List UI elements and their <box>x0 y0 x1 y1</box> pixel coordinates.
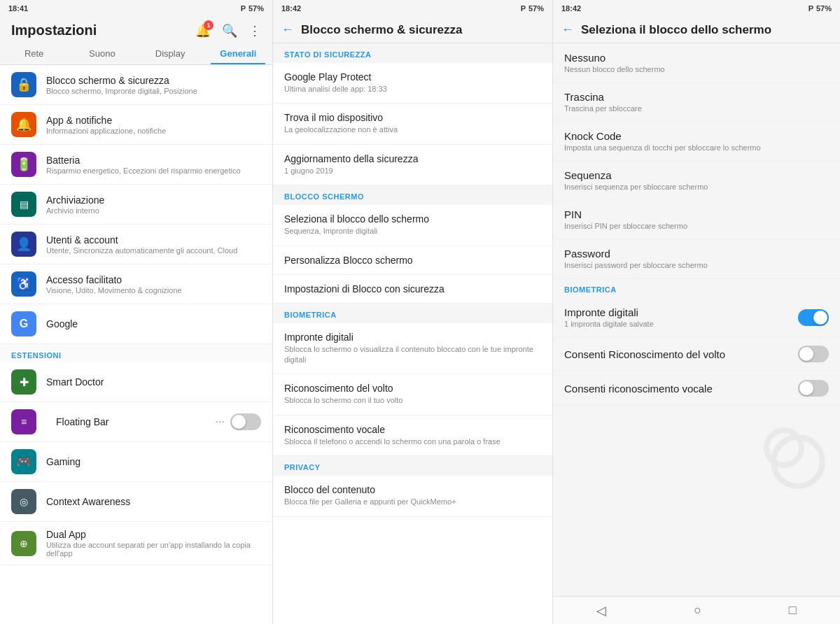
section-blocco-schermo: BLOCCO SCHERMO <box>273 185 552 205</box>
left-panel: 18:41 P 57% Impostazioni 🔔 1 🔍 ⋮ Rete Su… <box>0 0 273 624</box>
section-privacy: PRIVACY <box>273 456 552 476</box>
middle-back-arrow[interactable]: ← <box>281 22 294 37</box>
item-volto[interactable]: Riconoscimento del volto Sblocca lo sche… <box>273 374 552 415</box>
item-app-notifiche[interactable]: 🔔 App & notifiche Informazioni applicazi… <box>0 105 272 145</box>
subtitle-aggiornamento: 1 giugno 2019 <box>284 166 541 176</box>
title-personalizza: Personalizza Blocco schermo <box>284 255 541 266</box>
item-blocco-schermo[interactable]: 🔒 Blocco schermo & sicurezza Blocco sche… <box>0 65 272 105</box>
item-icon-app: 🔔 <box>11 112 36 137</box>
item-vocale-toggle[interactable]: Consenti riconoscimento vocale <box>553 371 840 406</box>
item-context-awareness[interactable]: ◎ Context Awareness <box>0 482 272 522</box>
svg-point-1 <box>766 430 802 465</box>
volto-toggle[interactable] <box>798 346 829 362</box>
item-seleziona-blocco[interactable]: Seleziona il blocco dello schermo Sequen… <box>273 205 552 246</box>
item-pin[interactable]: PIN Inserisci PIN per sbloccare schermo <box>553 200 840 239</box>
subtitle-knock-code: Imposta una sequenza di tocchi per sbloc… <box>564 143 829 152</box>
middle-content: STATO DI SICUREZZA Google Play Protect U… <box>273 43 552 624</box>
right-header: ← Seleziona il blocco dello schermo <box>553 17 840 43</box>
subtitle-google-play: Ultima analisi delle app: 18:33 <box>284 84 541 94</box>
left-header: Impostazioni 🔔 1 🔍 ⋮ <box>0 17 272 41</box>
item-icon-accesso: ♿ <box>11 271 36 297</box>
item-impostazioni-blocco[interactable]: Impostazioni di Blocco con sicurezza <box>273 275 552 304</box>
item-text-utenti: Utenti & account Utente, Sincronizza aut… <box>46 234 237 255</box>
item-trascina[interactable]: Trascina Trascina per sbloccare <box>553 83 840 122</box>
section-estensioni: ESTENSIONI <box>0 344 272 362</box>
title-trova: Trova il mio dispositivo <box>284 112 541 123</box>
watermark-decoration <box>756 420 826 490</box>
middle-status-bar: 18:42 P 57% <box>273 0 552 17</box>
nav-recent[interactable]: □ <box>789 603 797 618</box>
item-smart-doctor[interactable]: ✚ Smart Doctor <box>0 362 272 402</box>
item-impronte-toggle[interactable]: Impronte digitali 1 impronta digitale sa… <box>553 298 840 337</box>
floating-bar-toggle[interactable] <box>230 413 261 430</box>
title-impronte: Impronte digitali <box>284 332 541 343</box>
item-batteria[interactable]: 🔋 Batteria Risparmio energetico, Eccezio… <box>0 145 272 185</box>
item-gaming[interactable]: 🎮 Gaming <box>0 442 272 482</box>
item-dual-app[interactable]: ⊕ Dual App Utilizza due account separati… <box>0 522 272 565</box>
item-title-smart-doctor: Smart Doctor <box>46 376 104 388</box>
subtitle-pin: Inserisci PIN per sbloccare schermo <box>564 222 829 230</box>
item-text-accesso: Accesso facilitato Visione, Udito, Movim… <box>46 274 182 295</box>
item-trova-dispositivo[interactable]: Trova il mio dispositivo La geolocalizza… <box>273 104 552 144</box>
left-status-bar: 18:41 P 57% <box>0 0 272 17</box>
item-personalizza-blocco[interactable]: Personalizza Blocco schermo <box>273 246 552 275</box>
title-vocale-right: Consenti riconoscimento vocale <box>564 383 713 395</box>
title-volto-right: Consenti Riconoscimento del volto <box>564 348 725 360</box>
right-back-arrow[interactable]: ← <box>561 22 574 37</box>
item-vocale[interactable]: Riconoscimento vocale Sblocca il telefon… <box>273 416 552 456</box>
notification-icon[interactable]: 🔔 1 <box>195 23 211 38</box>
nav-home[interactable]: ○ <box>694 603 701 618</box>
item-subtitle-accesso: Visione, Udito, Movimento & cognizione <box>46 286 182 295</box>
title-pin: PIN <box>564 208 829 220</box>
subtitle-blocco-contenuto: Blocca file per Galleria e appunti per Q… <box>284 497 541 507</box>
item-text-app: App & notifiche Informazioni applicazion… <box>46 115 166 135</box>
item-accesso[interactable]: ♿ Accesso facilitato Visione, Udito, Mov… <box>0 264 272 304</box>
item-impronte[interactable]: Impronte digitali Sblocca lo schermo o v… <box>273 323 552 375</box>
header-icons: 🔔 1 🔍 ⋮ <box>195 23 261 38</box>
right-battery: 57% <box>816 4 832 13</box>
tab-generali[interactable]: Generali <box>204 41 272 64</box>
item-knock-code[interactable]: Knock Code Imposta una sequenza di tocch… <box>553 122 840 161</box>
item-text-smart-doctor: Smart Doctor <box>46 376 104 388</box>
item-volto-toggle[interactable]: Consenti Riconoscimento del volto <box>553 337 840 371</box>
item-utenti[interactable]: 👤 Utenti & account Utente, Sincronizza a… <box>0 225 272 264</box>
item-title-dual: Dual App <box>46 529 261 540</box>
item-floating-bar[interactable]: ≡ Floating Bar ··· <box>0 402 272 442</box>
bottom-nav: ◁ ○ □ <box>553 596 840 624</box>
item-aggiornamento-sicurezza[interactable]: Aggiornamento della sicurezza 1 giugno 2… <box>273 145 552 185</box>
item-google[interactable]: G Google <box>0 304 272 344</box>
vocale-toggle[interactable] <box>798 380 829 397</box>
item-title-blocco: Blocco schermo & sicurezza <box>46 75 197 86</box>
tab-display[interactable]: Display <box>136 41 204 64</box>
item-archiviazione[interactable]: ▤ Archiviazione Archivio interno <box>0 185 272 225</box>
subtitle-trascina: Trascina per sbloccare <box>564 104 829 113</box>
middle-carrier: P <box>521 4 526 13</box>
item-google-play-protect[interactable]: Google Play Protect Ultima analisi delle… <box>273 63 552 104</box>
item-icon-batteria: 🔋 <box>11 152 36 177</box>
item-subtitle-app: Informazioni applicazione, notifiche <box>46 127 166 135</box>
item-nessuno[interactable]: Nessuno Nessun blocco dello schermo <box>553 43 840 83</box>
title-seleziona: Seleziona il blocco dello schermo <box>284 213 541 225</box>
item-title-floating: Floating Bar <box>56 416 108 427</box>
item-blocco-contenuto[interactable]: Blocco del contenuto Blocca file per Gal… <box>273 476 552 516</box>
middle-header: ← Blocco schermo & sicurezza <box>273 17 552 43</box>
impronte-toggle[interactable] <box>798 309 829 326</box>
item-icon-utenti: 👤 <box>11 232 36 257</box>
tab-rete[interactable]: Rete <box>0 41 68 64</box>
tab-suono[interactable]: Suono <box>68 41 136 64</box>
more-icon[interactable]: ⋮ <box>248 23 261 38</box>
item-title-utenti: Utenti & account <box>46 234 237 246</box>
item-text-gaming: Gaming <box>46 456 80 467</box>
item-subtitle-arch: Archivio interno <box>46 206 104 215</box>
right-status-bar: 18:42 P 57% <box>553 0 840 17</box>
settings-title: Impostazioni <box>11 22 97 38</box>
title-password: Password <box>564 248 829 260</box>
item-password[interactable]: Password Inserisci password per sbloccar… <box>553 239 840 278</box>
item-icon-context: ◎ <box>11 489 36 514</box>
search-icon[interactable]: 🔍 <box>222 23 237 38</box>
subtitle-impronte: Sblocca lo schermo o visualizza il conte… <box>284 344 541 366</box>
item-title-context: Context Awareness <box>46 496 130 507</box>
right-time: 18:42 <box>561 4 581 13</box>
item-sequenza[interactable]: Sequenza Inserisci sequenza per sbloccar… <box>553 161 840 200</box>
nav-back[interactable]: ◁ <box>596 603 606 618</box>
